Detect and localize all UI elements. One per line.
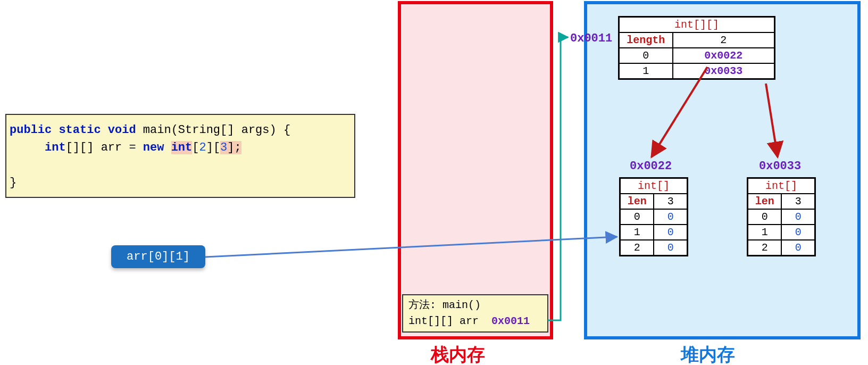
heap-addr-label-0033: 0x0033 — [759, 160, 801, 173]
obj-length-label: length — [619, 32, 673, 48]
code-kw-int-hl: int — [171, 141, 193, 154]
obj-idx: 0 — [620, 209, 654, 225]
stack-memory-region — [398, 1, 553, 339]
code-num-hl: 3 — [220, 141, 227, 154]
code-snippet: public static void main(String[] args) {… — [5, 114, 355, 198]
obj-type: int[][] — [619, 17, 775, 33]
stack-frame: 方法: main() int[][] arr 0x0011 — [402, 294, 548, 333]
obj-length-value: 3 — [654, 194, 687, 209]
expression-pill: arr[0][1] — [111, 245, 205, 268]
heap-object-0022: int[] len 3 0 0 1 0 2 0 — [619, 177, 688, 256]
code-indent — [10, 141, 45, 154]
frame-var: int[][] arr — [408, 315, 491, 327]
obj-length-label: len — [620, 194, 654, 209]
code-text: ][ — [206, 141, 220, 154]
obj-idx: 1 — [748, 225, 782, 240]
code-kw-signature: public static void — [10, 123, 143, 137]
obj-idx: 1 — [619, 63, 673, 79]
expression-text: arr[0][1] — [127, 250, 190, 263]
code-text: [][] arr = — [66, 141, 143, 154]
obj-idx: 2 — [620, 240, 654, 256]
obj-type: int[] — [748, 178, 815, 194]
obj-val: 0 — [781, 209, 815, 225]
obj-val-addr: 0x0033 — [673, 63, 775, 79]
obj-val-addr: 0x0022 — [673, 48, 775, 63]
obj-val: 0 — [781, 225, 815, 240]
code-text: main(String[] args) { — [143, 123, 290, 137]
frame-var-addr: 0x0011 — [491, 315, 530, 327]
obj-val: 0 — [781, 240, 815, 256]
obj-idx: 0 — [619, 48, 673, 63]
obj-val: 0 — [654, 240, 687, 256]
code-text: [ — [192, 141, 199, 154]
obj-type: int[] — [620, 178, 688, 194]
heap-addr-label-0022: 0x0022 — [630, 160, 672, 173]
code-kw-int: int — [45, 141, 66, 154]
obj-idx: 0 — [748, 209, 782, 225]
frame-method: 方法: main() — [408, 299, 481, 311]
obj-val: 0 — [654, 209, 687, 225]
stack-memory-label: 栈内存 — [431, 343, 485, 365]
obj-length-label: len — [748, 194, 782, 209]
code-text-hl: ]; — [227, 141, 241, 154]
code-kw-new: new — [143, 141, 171, 154]
heap-object-0011: int[][] length 2 0 0x0022 1 0x0033 — [618, 16, 775, 80]
obj-idx: 1 — [620, 225, 654, 240]
code-num: 2 — [199, 141, 206, 154]
obj-length-value: 3 — [781, 194, 815, 209]
obj-idx: 2 — [748, 240, 782, 256]
heap-memory-label: 堆内存 — [681, 343, 735, 365]
obj-length-value: 2 — [673, 32, 775, 48]
code-brace: } — [10, 176, 16, 189]
obj-val: 0 — [654, 225, 687, 240]
heap-object-0033: int[] len 3 0 0 1 0 2 0 — [747, 177, 816, 256]
heap-addr-label-0011: 0x0011 — [570, 32, 612, 45]
